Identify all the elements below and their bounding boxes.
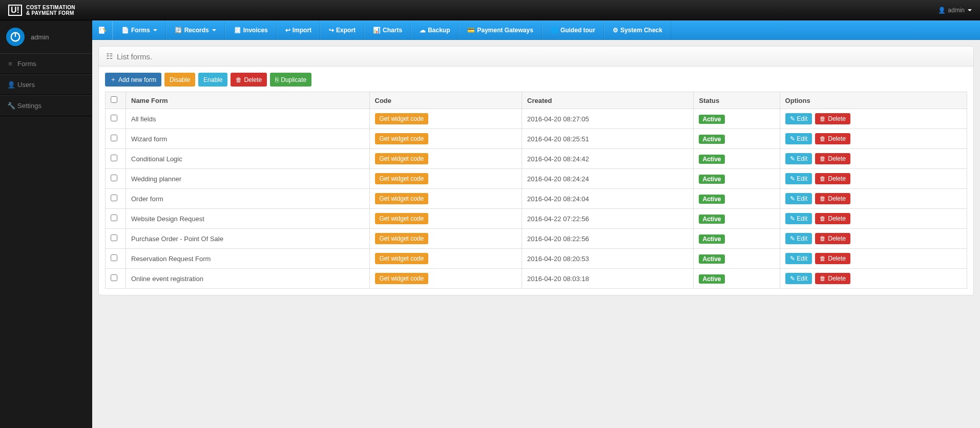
- power-icon: [10, 31, 21, 42]
- list-forms-panel: ☷ List forms. ＋Add new form Disable Enab…: [98, 46, 974, 295]
- row-checkbox[interactable]: [111, 234, 117, 241]
- edit-button[interactable]: ✎ Edit: [785, 133, 812, 144]
- toolbar-import[interactable]: ↩Import: [277, 21, 320, 39]
- table-row: Website Design RequestGet widget code201…: [106, 209, 967, 229]
- duplicate-button[interactable]: ⎘Duplicate: [270, 73, 311, 87]
- trash-icon: 🗑: [820, 155, 826, 162]
- user-menu[interactable]: 👤 admin: [938, 7, 972, 14]
- trash-icon: 🗑: [820, 235, 826, 242]
- get-widget-code-button[interactable]: Get widget code: [375, 253, 429, 264]
- toolbar-records[interactable]: 🔄Records: [166, 21, 225, 39]
- row-checkbox[interactable]: [111, 254, 117, 261]
- edit-button[interactable]: ✎ Edit: [785, 193, 812, 204]
- row-delete-button[interactable]: 🗑 Delete: [815, 253, 850, 264]
- toolbar-label: Backup: [428, 27, 450, 34]
- row-name: Conditional Logic: [126, 149, 370, 169]
- row-delete-button[interactable]: 🗑 Delete: [815, 233, 850, 244]
- row-created: 2016-04-20 08:27:05: [522, 109, 694, 129]
- status-badge: Active: [699, 195, 724, 204]
- get-widget-code-button[interactable]: Get widget code: [375, 193, 429, 204]
- row-checkbox[interactable]: [111, 274, 117, 281]
- sidebar-item-users[interactable]: 👤Users: [0, 74, 92, 95]
- row-delete-button[interactable]: 🗑 Delete: [815, 193, 850, 204]
- get-widget-code-button[interactable]: Get widget code: [375, 173, 429, 184]
- toolbar-forms[interactable]: 📄Forms: [113, 21, 166, 39]
- row-delete-button[interactable]: 🗑 Delete: [815, 133, 850, 144]
- toolbar-system[interactable]: ⚙System Check: [604, 21, 671, 39]
- get-widget-code-button[interactable]: Get widget code: [375, 153, 429, 164]
- edit-button[interactable]: ✎ Edit: [785, 213, 812, 224]
- toolbar-backup[interactable]: ☁Backup: [411, 21, 458, 39]
- select-all-header: [106, 92, 126, 109]
- row-delete-button[interactable]: 🗑 Delete: [815, 153, 850, 164]
- forms-table: Name Form Code Created Status Options Al…: [105, 92, 967, 289]
- enable-button[interactable]: Enable: [198, 73, 227, 87]
- row-delete-button[interactable]: 🗑 Delete: [815, 213, 850, 224]
- toolbar-invoices[interactable]: 🧾Invoices: [225, 21, 277, 39]
- svg-rect-2: [99, 27, 105, 34]
- edit-button[interactable]: ✎ Edit: [785, 253, 812, 264]
- edit-icon: ✎: [790, 195, 795, 202]
- sidebar-item-forms[interactable]: ≡Forms: [0, 53, 92, 74]
- status-badge: Active: [699, 274, 724, 284]
- trash-icon: 🗑: [820, 215, 826, 222]
- trash-icon: 🗑: [820, 195, 826, 202]
- edit-icon: ✎: [790, 215, 795, 222]
- row-checkbox[interactable]: [111, 215, 117, 221]
- edit-icon: ✎: [790, 155, 795, 162]
- main-content: 📄Forms 🔄Records 🧾Invoices ↩Import ↪Expor…: [92, 20, 980, 428]
- toolbar-label: System Check: [620, 27, 662, 34]
- edit-button[interactable]: ✎ Edit: [785, 233, 812, 244]
- get-widget-code-button[interactable]: Get widget code: [375, 113, 429, 124]
- col-code: Code: [369, 92, 522, 109]
- toolbar-export[interactable]: ↪Export: [320, 21, 364, 39]
- select-all-checkbox[interactable]: [111, 96, 117, 103]
- get-widget-code-button[interactable]: Get widget code: [375, 133, 429, 144]
- row-delete-button[interactable]: 🗑 Delete: [815, 113, 850, 124]
- chevron-down-icon: [153, 29, 157, 31]
- panel-header: ☷ List forms.: [99, 47, 973, 67]
- toolbar-label: Export: [336, 27, 356, 34]
- row-name: All fields: [126, 109, 370, 129]
- toolbar-app-icon[interactable]: [92, 21, 113, 39]
- add-form-button[interactable]: ＋Add new form: [105, 73, 161, 87]
- table-row: Wizard formGet widget code2016-04-20 08:…: [106, 129, 967, 149]
- row-name: Reservation Request Form: [126, 249, 370, 269]
- status-badge: Active: [699, 234, 724, 244]
- status-badge: Active: [699, 115, 724, 124]
- row-checkbox[interactable]: [111, 115, 117, 121]
- row-delete-button[interactable]: 🗑 Delete: [815, 273, 850, 284]
- row-created: 2016-04-20 08:24:24: [522, 169, 694, 189]
- row-delete-button[interactable]: 🗑 Delete: [815, 173, 850, 184]
- table-row: Order formGet widget code2016-04-20 08:2…: [106, 189, 967, 209]
- toolbar-label: Guided tour: [560, 27, 595, 34]
- edit-icon: ✎: [790, 175, 795, 182]
- edit-button[interactable]: ✎ Edit: [785, 153, 812, 164]
- row-checkbox[interactable]: [111, 155, 117, 161]
- edit-button[interactable]: ✎ Edit: [785, 273, 812, 284]
- row-checkbox[interactable]: [111, 195, 117, 201]
- get-widget-code-button[interactable]: Get widget code: [375, 213, 429, 224]
- sidebar-item-label: Forms: [17, 60, 36, 68]
- button-label: Add new form: [118, 76, 156, 83]
- get-widget-code-button[interactable]: Get widget code: [375, 233, 429, 244]
- toolbar-charts[interactable]: 📊Charts: [364, 21, 411, 39]
- get-widget-code-button[interactable]: Get widget code: [375, 273, 429, 284]
- disable-button[interactable]: Disable: [164, 73, 195, 87]
- card-icon: 💳: [467, 27, 475, 34]
- sidebar-item-settings[interactable]: 🔧Settings: [0, 95, 92, 116]
- edit-button[interactable]: ✎ Edit: [785, 113, 812, 124]
- row-created: 2016-04-20 08:24:04: [522, 189, 694, 209]
- row-checkbox[interactable]: [111, 175, 117, 181]
- toolbar-label: Import: [293, 27, 311, 34]
- trash-icon: 🗑: [820, 115, 826, 122]
- table-row: All fieldsGet widget code2016-04-20 08:2…: [106, 109, 967, 129]
- toolbar-payment[interactable]: 💳Payment Gateways: [458, 21, 541, 39]
- edit-button[interactable]: ✎ Edit: [785, 173, 812, 184]
- row-checkbox[interactable]: [111, 135, 117, 141]
- status-badge: Active: [699, 254, 724, 264]
- toolbar-tour[interactable]: 🌐Guided tour: [542, 21, 604, 39]
- trash-icon: 🗑: [820, 275, 826, 282]
- delete-button[interactable]: 🗑Delete: [231, 73, 267, 87]
- brand-line2: & PAYMENT FORM: [26, 10, 75, 16]
